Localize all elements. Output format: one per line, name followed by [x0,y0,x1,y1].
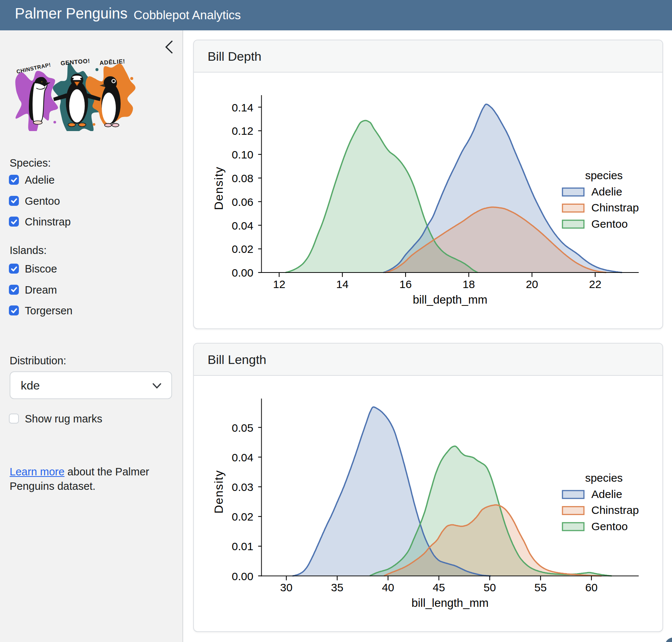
svg-text:0.04: 0.04 [232,220,253,232]
svg-text:60: 60 [585,581,598,593]
svg-text:bill_depth_mm: bill_depth_mm [413,293,487,306]
svg-text:18: 18 [463,278,475,290]
svg-text:14: 14 [336,278,349,290]
svg-text:species: species [585,169,623,181]
svg-text:16: 16 [399,278,411,290]
svg-text:40: 40 [382,581,394,593]
svg-text:20: 20 [526,278,538,290]
svg-text:12: 12 [273,278,285,290]
svg-text:30: 30 [280,581,292,593]
svg-text:0.00: 0.00 [232,570,253,582]
svg-text:CHINSTRAP!: CHINSTRAP! [16,61,51,74]
svg-text:0.02: 0.02 [232,511,253,523]
svg-text:0.12: 0.12 [232,125,253,137]
svg-text:0.06: 0.06 [232,196,253,208]
svg-text:0.04: 0.04 [232,451,253,464]
svg-text:Adelie: Adelie [591,185,622,198]
svg-text:bill_length_mm: bill_length_mm [411,596,489,609]
svg-text:Adelie: Adelie [591,488,622,500]
svg-text:Density: Density [212,470,225,514]
svg-text:22: 22 [589,278,601,290]
svg-text:0.00: 0.00 [232,267,253,279]
svg-text:35: 35 [331,581,343,593]
svg-text:0.05: 0.05 [232,422,253,434]
svg-text:Gentoo: Gentoo [591,218,628,230]
svg-text:Chinstrap: Chinstrap [591,504,639,516]
svg-text:45: 45 [433,581,445,593]
svg-text:Gentoo: Gentoo [591,520,628,532]
svg-text:0.14: 0.14 [232,101,253,114]
svg-text:50: 50 [484,581,496,593]
svg-text:Density: Density [212,166,225,210]
svg-text:0.03: 0.03 [232,481,253,493]
svg-text:species: species [585,472,623,484]
svg-text:0.01: 0.01 [232,540,253,552]
svg-text:55: 55 [534,581,547,593]
svg-text:0.10: 0.10 [232,148,253,161]
svg-text:0.02: 0.02 [232,243,253,255]
svg-text:0.08: 0.08 [232,172,253,184]
svg-text:Chinstrap: Chinstrap [591,201,639,214]
svg-text:GENTOO!: GENTOO! [60,58,90,67]
